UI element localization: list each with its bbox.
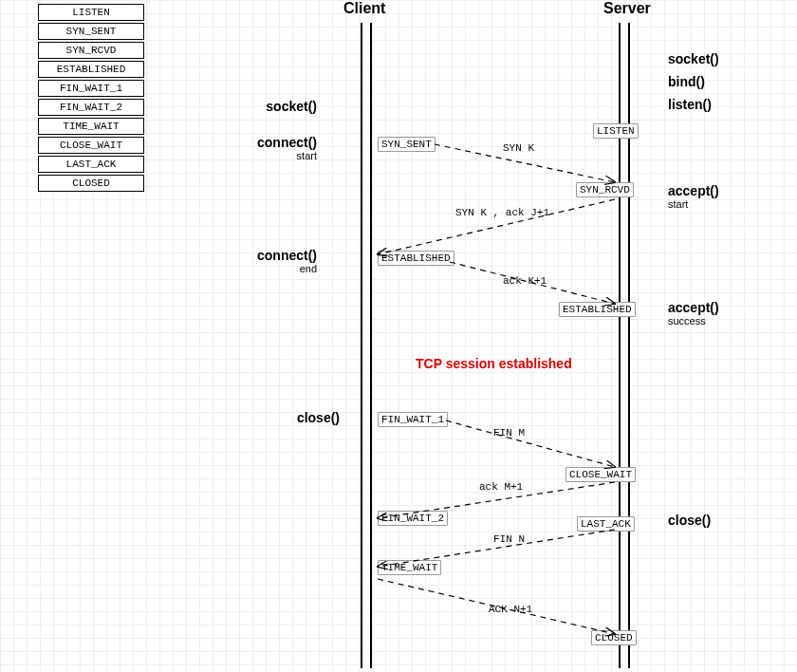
state-syn-sent: SYN_SENT bbox=[378, 137, 436, 152]
msg-ack-m1: ack M+1 bbox=[479, 481, 523, 493]
client-api-socket: socket() bbox=[232, 99, 317, 114]
state-time-wait: TIME_WAIT bbox=[378, 560, 441, 575]
state-legend-item: CLOSED bbox=[38, 175, 144, 192]
state-legend-item: SYN_SENT bbox=[38, 23, 144, 40]
msg-fin-m: FIN M bbox=[493, 427, 525, 439]
tcp-states-list: LISTEN SYN_SENT SYN_RCVD ESTABLISHED FIN… bbox=[38, 4, 144, 194]
state-close-wait: CLOSE_WAIT bbox=[565, 467, 636, 482]
state-legend-item: TIME_WAIT bbox=[38, 118, 144, 135]
msg-fin-n: FIN N bbox=[493, 533, 525, 545]
msg-syn-k: SYN K bbox=[503, 142, 534, 154]
session-established-label: TCP session established bbox=[416, 356, 572, 371]
state-legend-item: FIN_WAIT_1 bbox=[38, 80, 144, 97]
server-lifeline bbox=[619, 23, 630, 668]
server-api-bind: bind() bbox=[668, 74, 753, 89]
state-legend-item: SYN_RCVD bbox=[38, 42, 144, 59]
svg-line-3 bbox=[446, 420, 615, 467]
client-api-close: close() bbox=[254, 410, 340, 425]
state-legend-item: ESTABLISHED bbox=[38, 61, 144, 78]
state-fin-wait-1: FIN_WAIT_1 bbox=[378, 412, 448, 427]
state-syn-rcvd: SYN_RCVD bbox=[576, 182, 634, 197]
server-api-socket: socket() bbox=[668, 51, 753, 66]
state-legend-item: LISTEN bbox=[38, 4, 144, 21]
msg-syn-k-ack: SYN K , ack J+1 bbox=[455, 207, 549, 218]
server-header: Server bbox=[603, 0, 651, 17]
client-api-connect-start: connect()start bbox=[232, 135, 317, 161]
state-established-client: ESTABLISHED bbox=[378, 251, 454, 266]
state-listen: LISTEN bbox=[593, 123, 639, 139]
msg-ack-n1: ACK N+1 bbox=[489, 604, 532, 615]
server-api-accept-ok: accept()success bbox=[668, 300, 753, 327]
state-legend-item: FIN_WAIT_2 bbox=[38, 99, 144, 116]
server-api-accept-start: accept()start bbox=[668, 183, 753, 210]
client-api-connect-end: connect()end bbox=[232, 248, 317, 274]
state-closed: CLOSED bbox=[591, 630, 637, 645]
server-api-close: close() bbox=[668, 513, 753, 528]
state-legend-item: LAST_ACK bbox=[38, 156, 144, 173]
client-lifeline bbox=[361, 23, 372, 668]
client-header: Client bbox=[343, 0, 385, 17]
msg-ack-k1: ack K+1 bbox=[503, 275, 547, 287]
state-fin-wait-2: FIN_WAIT_2 bbox=[378, 511, 448, 526]
server-api-listen: listen() bbox=[668, 97, 753, 112]
state-legend-item: CLOSE_WAIT bbox=[38, 137, 144, 154]
state-last-ack: LAST_ACK bbox=[577, 516, 635, 532]
state-established-server: ESTABLISHED bbox=[559, 302, 636, 317]
